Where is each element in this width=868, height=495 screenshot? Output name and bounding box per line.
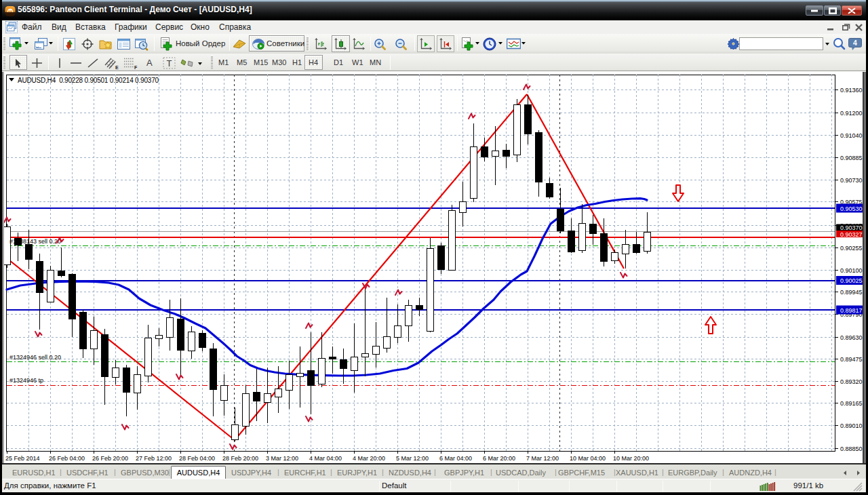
svg-text:0.90530: 0.90530 [840,205,863,212]
svg-text:4 Mar 20:00: 4 Mar 20:00 [353,455,385,462]
svg-text:0.89945: 0.89945 [840,289,863,296]
svg-text:3 Mar 12:00: 3 Mar 12:00 [266,455,298,462]
svg-text:25 Feb 2014: 25 Feb 2014 [5,455,40,462]
svg-text:0.90370: 0.90370 [840,224,863,231]
svg-text:0.90255: 0.90255 [840,245,863,252]
svg-text:T: T [167,58,172,68]
svg-text:0.91200: 0.91200 [840,110,863,117]
svg-text:#1324946 sell 0.20: #1324946 sell 0.20 [9,354,61,361]
svg-text:27 Feb 12:00: 27 Feb 12:00 [136,455,172,462]
svg-text:5 Mar 12:00: 5 Mar 12:00 [396,455,429,462]
svg-text:0.89320: 0.89320 [840,378,863,385]
svg-text:0.90885: 0.90885 [840,155,863,161]
svg-text:0.88850: 0.88850 [840,446,863,452]
svg-text:0.91040: 0.91040 [840,132,863,139]
svg-text:28 Feb 20:00: 28 Feb 20:00 [222,455,258,462]
svg-text:6 Mar 20:00: 6 Mar 20:00 [483,455,515,462]
svg-text:10 Mar 04:00: 10 Mar 04:00 [570,455,606,462]
svg-text:6 Mar 04:00: 6 Mar 04:00 [439,455,472,462]
svg-text:26 Feb 04:00: 26 Feb 04:00 [49,455,85,462]
svg-text:10 Mar 20:00: 10 Mar 20:00 [613,455,649,462]
svg-text:E: E [115,65,119,70]
svg-text:4: 4 [853,39,857,47]
svg-text:#1338143 sell 0.20: #1338143 sell 0.20 [9,238,61,245]
svg-text:F: F [134,65,138,70]
svg-text:7 Mar 12:00: 7 Mar 12:00 [526,455,559,462]
svg-text:28 Feb 04:00: 28 Feb 04:00 [179,455,215,462]
svg-text:0.89475: 0.89475 [840,356,863,363]
svg-text:AUDUSD,H4 0.90228 0.90501 0.9: AUDUSD,H4 0.90228 0.90501 0.90214 0.9037… [18,77,159,84]
svg-text:26 Feb 20:00: 26 Feb 20:00 [92,455,128,462]
svg-text:0.90025: 0.90025 [840,277,863,284]
svg-text:0.90327: 0.90327 [840,231,863,238]
svg-text:0.89165: 0.89165 [840,400,863,407]
svg-text:4 Mar 04:00: 4 Mar 04:00 [309,455,342,462]
svg-text:0.89817: 0.89817 [840,307,863,314]
svg-text:0.90100: 0.90100 [840,267,863,274]
svg-text:0.91360: 0.91360 [840,87,863,94]
svg-text:#1324946 tp: #1324946 tp [9,377,43,384]
svg-text:0.90730: 0.90730 [840,177,863,184]
svg-text:0.89630: 0.89630 [840,334,863,341]
svg-text:0.89010: 0.89010 [840,422,863,429]
